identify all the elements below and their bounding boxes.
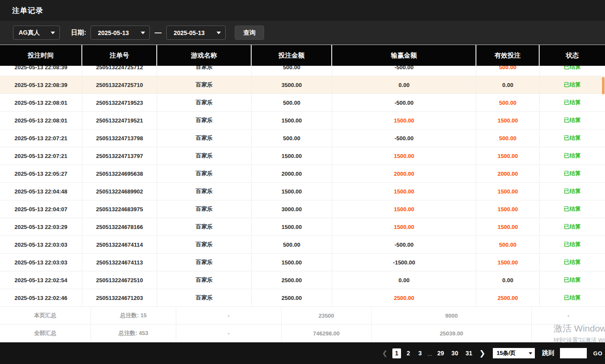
summary-cell: - bbox=[176, 325, 281, 342]
bet-time-cell: 2025-05-13 22:08:39 bbox=[0, 66, 82, 76]
bet-amount-cell: 1500.00 bbox=[252, 183, 332, 200]
table-row[interactable]: 2025-05-13 22:03:03250513224674113百家乐150… bbox=[0, 254, 605, 271]
table-row[interactable]: 2025-05-13 22:08:01250513224719521百家乐150… bbox=[0, 112, 605, 129]
bet-amount-cell: 3500.00 bbox=[252, 76, 332, 93]
chevron-down-icon bbox=[217, 32, 221, 34]
bet-time-cell: 2025-05-13 22:08:01 bbox=[0, 112, 82, 129]
valid-bet-cell: 1500.00 bbox=[476, 200, 540, 218]
order-no-cell: 250513224674113 bbox=[82, 254, 157, 271]
summary-cell: - bbox=[176, 307, 281, 324]
page-button-29[interactable]: 29 bbox=[435, 348, 446, 358]
order-no-cell: 250513224671203 bbox=[82, 289, 157, 306]
summary-cell: 本页汇总 bbox=[0, 307, 91, 324]
chevron-right-icon[interactable]: ❯ bbox=[478, 349, 487, 358]
platform-select-value: AG真人 bbox=[19, 29, 40, 37]
column-header: 注单号 bbox=[82, 45, 157, 66]
order-no-cell: 250513224725710 bbox=[82, 76, 157, 93]
order-no-cell: 250513224689902 bbox=[82, 183, 157, 200]
bet-amount-cell: 2500.00 bbox=[252, 271, 332, 289]
date-from-value: 2025-05-13 bbox=[98, 29, 129, 36]
table-row[interactable]: 2025-05-13 22:02:54250513224672510百家乐250… bbox=[0, 271, 605, 289]
summary-cell: - bbox=[532, 307, 605, 324]
column-header: 状态 bbox=[540, 45, 605, 66]
status-cell: 已结算 bbox=[540, 218, 605, 235]
query-button[interactable]: 查询 bbox=[235, 26, 264, 40]
jump-input[interactable] bbox=[560, 348, 587, 358]
pagination-bar: ❮ 123...293031 ❯ 15条/页 跳到 GO bbox=[0, 342, 605, 364]
status-cell: 已结算 bbox=[540, 112, 605, 129]
bet-amount-cell: 2000.00 bbox=[252, 165, 332, 182]
table-row[interactable]: 2025-05-13 22:07:21250513224713798百家乐500… bbox=[0, 129, 605, 147]
bet-time-cell: 2025-05-13 22:08:39 bbox=[0, 76, 82, 93]
win-loss-cell: -1500.00 bbox=[332, 254, 476, 271]
valid-bet-cell: 500.00 bbox=[476, 94, 540, 111]
win-loss-cell: 1500.00 bbox=[332, 200, 476, 218]
page-button-30[interactable]: 30 bbox=[449, 348, 460, 358]
bet-time-cell: 2025-05-13 22:03:29 bbox=[0, 218, 82, 235]
date-from-select[interactable]: 2025-05-13 bbox=[91, 26, 150, 40]
platform-select[interactable]: AG真人 bbox=[13, 26, 60, 40]
game-name-cell: 百家乐 bbox=[157, 289, 252, 306]
summary-cell: 746298.00 bbox=[281, 325, 372, 342]
table-row[interactable]: 2025-05-13 22:03:03250513224674114百家乐500… bbox=[0, 236, 605, 254]
valid-bet-cell: 500.00 bbox=[476, 236, 540, 253]
summary-cell: 23500 bbox=[281, 307, 372, 324]
table-row[interactable]: 2025-05-13 22:04:07250513224683975百家乐300… bbox=[0, 200, 605, 218]
pagination-ellipsis: ... bbox=[427, 351, 432, 358]
chevron-left-icon[interactable]: ❮ bbox=[380, 349, 389, 357]
date-to-value: 2025-05-13 bbox=[174, 29, 205, 36]
win-loss-cell: -500.00 bbox=[332, 94, 476, 111]
page-button-2[interactable]: 2 bbox=[404, 348, 413, 358]
status-cell: 已结算 bbox=[540, 76, 605, 93]
summary-cell: 25039.00 bbox=[372, 325, 532, 342]
table-row[interactable]: 2025-05-13 22:08:39250513224725712百家乐500… bbox=[0, 66, 605, 76]
page-button-3[interactable]: 3 bbox=[416, 348, 424, 358]
status-cell: 已结算 bbox=[540, 200, 605, 218]
chevron-down-icon bbox=[51, 32, 55, 34]
win-loss-cell: 0.00 bbox=[332, 271, 476, 289]
date-label: 日期: bbox=[71, 29, 86, 37]
chevron-down-icon bbox=[529, 352, 532, 354]
summary-cell: 总注数: 15 bbox=[91, 307, 176, 324]
table-row[interactable]: 2025-05-13 22:08:39250513224725710百家乐350… bbox=[0, 76, 605, 94]
valid-bet-cell: 1500.00 bbox=[476, 218, 540, 235]
table-row[interactable]: 2025-05-13 22:08:01250513224719523百家乐500… bbox=[0, 94, 605, 112]
column-header: 有效投注 bbox=[476, 45, 540, 66]
valid-bet-cell: 2000.00 bbox=[476, 165, 540, 182]
valid-bet-cell: 1500.00 bbox=[476, 183, 540, 200]
table-row[interactable]: 2025-05-13 22:02:46250513224671203百家乐250… bbox=[0, 289, 605, 307]
game-name-cell: 百家乐 bbox=[157, 271, 252, 289]
bet-amount-cell: 3000.00 bbox=[252, 200, 332, 218]
table-row[interactable]: 2025-05-13 22:07:21250513224713797百家乐150… bbox=[0, 147, 605, 165]
summary-cell: 全部汇总 bbox=[0, 325, 91, 342]
page-size-select[interactable]: 15条/页 bbox=[493, 348, 535, 358]
game-name-cell: 百家乐 bbox=[157, 94, 252, 111]
bet-amount-cell: 500.00 bbox=[252, 66, 332, 76]
page-button-1[interactable]: 1 bbox=[392, 348, 401, 358]
title-bar: 注单记录 bbox=[0, 0, 605, 21]
valid-bet-cell: 0.00 bbox=[476, 76, 540, 93]
table-row[interactable]: 2025-05-13 22:03:29250513224678166百家乐150… bbox=[0, 218, 605, 236]
column-header: 游戏名称 bbox=[157, 45, 252, 66]
chevron-down-icon bbox=[141, 32, 145, 34]
bet-time-cell: 2025-05-13 22:04:48 bbox=[0, 183, 82, 200]
game-name-cell: 百家乐 bbox=[157, 183, 252, 200]
summary-cell: 9000 bbox=[372, 307, 532, 324]
table-row[interactable]: 2025-05-13 22:04:48250513224689902百家乐150… bbox=[0, 183, 605, 200]
summary-cell bbox=[532, 325, 605, 342]
order-no-cell: 250513224725712 bbox=[82, 66, 157, 76]
bet-amount-cell: 500.00 bbox=[252, 94, 332, 111]
valid-bet-cell: 2500.00 bbox=[476, 289, 540, 306]
page-button-31[interactable]: 31 bbox=[463, 348, 475, 358]
bet-amount-cell: 500.00 bbox=[252, 129, 332, 147]
bet-time-cell: 2025-05-13 22:07:21 bbox=[0, 147, 82, 164]
game-name-cell: 百家乐 bbox=[157, 147, 252, 164]
go-button[interactable]: GO bbox=[593, 350, 602, 357]
scrollbar-thumb[interactable] bbox=[602, 77, 605, 94]
date-to-select[interactable]: 2025-05-13 bbox=[166, 26, 226, 40]
bet-amount-cell: 1500.00 bbox=[252, 147, 332, 164]
order-no-cell: 250513224674114 bbox=[82, 236, 157, 253]
summary-section: 本页汇总总注数: 15-235009000-全部汇总总注数: 453-74629… bbox=[0, 307, 605, 342]
table-row[interactable]: 2025-05-13 22:05:27250513224695638百家乐200… bbox=[0, 165, 605, 183]
win-loss-cell: 2500.00 bbox=[332, 289, 476, 306]
